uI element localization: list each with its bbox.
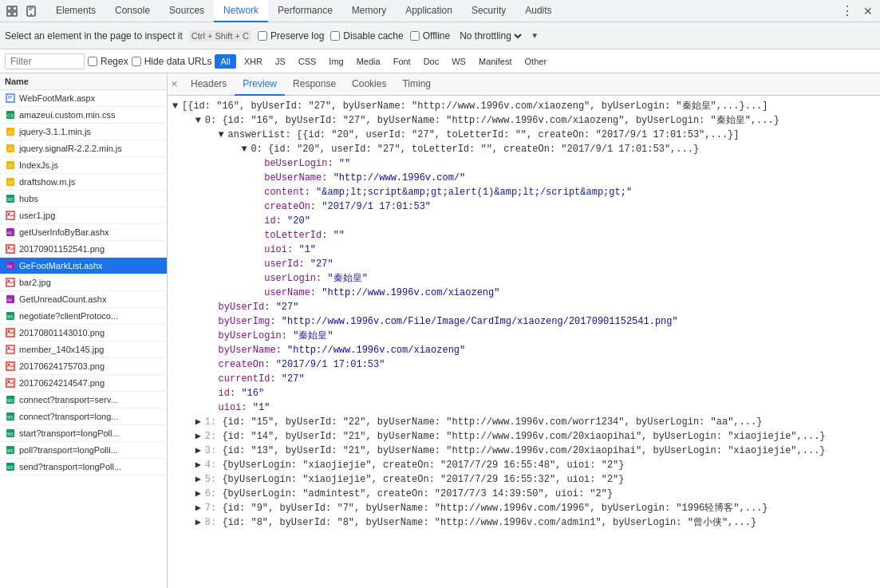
expand-arrow-icon[interactable]: ▼ — [195, 113, 205, 128]
file-name-text: GeFootMarkList.ashx — [19, 261, 103, 270]
tab-timing[interactable]: Timing — [394, 73, 439, 96]
filter-all-button[interactable]: All — [215, 54, 235, 69]
tab-memory[interactable]: Memory — [342, 0, 396, 22]
file-name-text: bar2.jpg — [19, 278, 51, 287]
filter-js-button[interactable]: JS — [270, 55, 290, 68]
file-list-item[interactable]: 20170624214547.png — [0, 375, 167, 392]
expand-arrow-icon[interactable]: ▶ — [195, 429, 205, 444]
tab-performance[interactable]: Performance — [268, 0, 342, 22]
file-list-item[interactable]: JSIndexJs.js — [0, 157, 167, 174]
json-line: createOn: "2017/9/1 17:01:53" — [172, 357, 875, 372]
tab-application[interactable]: Application — [396, 0, 462, 22]
file-list-item[interactable]: WSsend?transport=longPoll... — [0, 459, 167, 476]
expand-arrow-icon[interactable]: ▶ — [195, 444, 205, 458]
file-list-item[interactable]: bar2.jpg — [0, 274, 167, 291]
tab-response[interactable]: Response — [285, 73, 344, 96]
file-list-item[interactable]: WShubs — [0, 191, 167, 207]
svg-text:AX: AX — [7, 264, 13, 269]
filter-manifest-button[interactable]: Manifest — [474, 55, 517, 68]
svg-text:AX: AX — [7, 298, 13, 302]
json-viewer: ▼ [{id: "16", byUserId: "27", byUserName… — [168, 96, 880, 588]
svg-text:WS: WS — [7, 398, 14, 403]
file-type-icon — [5, 377, 16, 389]
filter-ws-button[interactable]: WS — [447, 55, 471, 68]
tab-network[interactable]: Network — [214, 0, 268, 22]
preview-close-icon[interactable]: ✕ — [171, 79, 178, 89]
regex-label[interactable]: Regex — [88, 56, 128, 67]
close-devtools-button[interactable]: ✕ — [859, 2, 877, 20]
json-line: userName: "http://www.1996v.com/xiaozeng… — [172, 286, 875, 300]
file-list-item[interactable]: CSamazeui.custom.min.css — [0, 107, 167, 124]
hide-data-urls-checkbox[interactable] — [132, 57, 141, 66]
svg-rect-2 — [7, 12, 11, 16]
filter-img-button[interactable]: Img — [324, 55, 348, 68]
json-line: byUserLogin: "秦始皇" — [172, 329, 875, 343]
file-list-item[interactable]: JSdraftshow.m.js — [0, 174, 167, 191]
expand-arrow-icon[interactable]: ▶ — [195, 487, 205, 501]
file-name-text: 20170801143010.png — [19, 328, 105, 337]
file-list-item[interactable]: JSjquery-3.1.1.min.js — [0, 124, 167, 140]
expand-arrow-icon[interactable]: ▼ — [219, 128, 228, 142]
tab-security[interactable]: Security — [462, 0, 515, 22]
file-list-item[interactable]: JSjquery.signalR-2.2.2.min.js — [0, 140, 167, 157]
file-list-item[interactable]: AXGeFootMarkList.ashx — [0, 258, 167, 274]
offline-label[interactable]: Offline — [410, 30, 450, 41]
file-name-text: 20170624175703.png — [19, 361, 105, 371]
preserve-log-checkbox[interactable] — [258, 31, 267, 41]
file-list-item[interactable]: WSpoll?transport=longPolli... — [0, 442, 167, 459]
disable-cache-label[interactable]: Disable cache — [330, 30, 403, 41]
file-list-item[interactable]: 20170901152541.png — [0, 241, 167, 258]
filter-other-button[interactable]: Other — [520, 55, 552, 68]
tab-audits[interactable]: Audits — [515, 0, 561, 22]
tab-headers[interactable]: Headers — [183, 73, 235, 96]
expand-arrow-icon[interactable]: ▼ — [172, 99, 182, 113]
throttling-select[interactable]: No throttling — [456, 30, 524, 42]
tab-preview[interactable]: Preview — [235, 73, 285, 96]
file-list-item[interactable]: AXGetUnreadCount.ashx — [0, 291, 167, 308]
filter-xhr-button[interactable]: XHR — [239, 55, 267, 68]
file-list-item[interactable]: member_140x145.jpg — [0, 341, 167, 358]
expand-arrow-icon[interactable]: ▶ — [195, 458, 205, 472]
json-line: ▼ answerList: [{id: "20", userId: "27", … — [172, 128, 875, 142]
hide-data-urls-label[interactable]: Hide data URLs — [132, 56, 212, 67]
tab-elements[interactable]: Elements — [46, 0, 105, 22]
tab-cookies[interactable]: Cookies — [344, 73, 394, 96]
json-line: id: "20" — [172, 214, 875, 228]
file-list-item[interactable]: WSconnect?transport=long... — [0, 408, 167, 425]
preserve-log-label[interactable]: Preserve log — [258, 30, 324, 41]
json-line: userId: "27" — [172, 257, 875, 271]
tab-sources[interactable]: Sources — [160, 0, 214, 22]
file-list-item[interactable]: user1.jpg — [0, 207, 167, 224]
filter-media-button[interactable]: Media — [352, 55, 385, 68]
file-list-item[interactable]: WSnegotiate?clientProtoco... — [0, 308, 167, 325]
filter-doc-button[interactable]: Doc — [419, 55, 444, 68]
filter-input[interactable] — [5, 53, 85, 69]
expand-arrow-icon[interactable]: ▶ — [195, 515, 205, 530]
offline-checkbox[interactable] — [410, 31, 420, 41]
filter-css-button[interactable]: CSS — [294, 55, 322, 68]
file-type-icon — [5, 361, 16, 372]
expand-arrow-icon[interactable]: ▶ — [195, 472, 205, 487]
file-type-icon: AX — [5, 227, 16, 238]
expand-arrow-icon[interactable]: ▶ — [195, 415, 205, 429]
expand-arrow-icon[interactable]: ▼ — [241, 142, 251, 156]
file-list-item[interactable]: WSstart?transport=longPoll... — [0, 425, 167, 442]
file-list-item[interactable]: 20170624175703.png — [0, 358, 167, 375]
file-list-item[interactable]: WebFootMark.aspx — [0, 90, 167, 107]
json-line: id: "16" — [172, 386, 875, 401]
filter-font-button[interactable]: Font — [389, 55, 416, 68]
more-menu-button[interactable]: ⋮ — [839, 2, 856, 20]
file-list-item[interactable]: AXgetUserInfoByBar.ashx — [0, 224, 167, 241]
tab-console[interactable]: Console — [105, 0, 160, 22]
expand-arrow-icon[interactable]: ▶ — [195, 501, 205, 515]
regex-checkbox[interactable] — [88, 57, 97, 66]
file-type-icon: WS — [5, 193, 16, 204]
disable-cache-checkbox[interactable] — [330, 31, 340, 41]
nav-tabs: Elements Console Sources Network Perform… — [46, 0, 839, 22]
file-list-item[interactable]: 20170801143010.png — [0, 325, 167, 341]
top-nav: Elements Console Sources Network Perform… — [0, 0, 880, 22]
file-list-item[interactable]: WSconnect?transport=serv... — [0, 392, 167, 408]
device-icon[interactable] — [22, 2, 40, 20]
offline-text: Offline — [423, 30, 450, 41]
inspect-icon[interactable] — [3, 2, 21, 20]
